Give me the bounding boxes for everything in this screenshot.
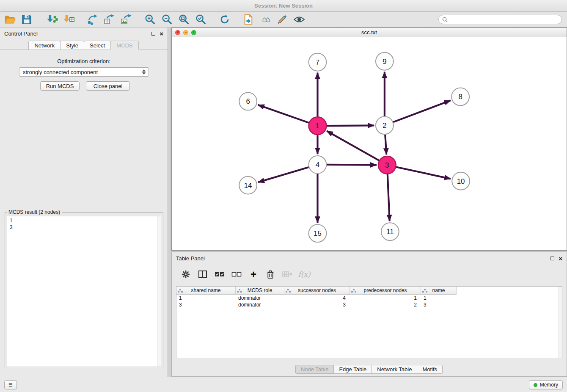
cell-successor-nodes[interactable]: 4: [284, 295, 350, 301]
column-header-name[interactable]: name: [421, 287, 457, 295]
network-graph[interactable]: 7968124314101511: [172, 37, 567, 250]
tab-network-table[interactable]: Network Table: [372, 365, 417, 374]
cell-mcds-role[interactable]: dominator: [236, 301, 284, 308]
minimize-window-button[interactable]: −: [183, 30, 188, 35]
graph-node-10[interactable]: [452, 172, 470, 190]
zoom-fit-button[interactable]: [177, 13, 191, 26]
column-header-shared-name[interactable]: shared name: [176, 287, 236, 295]
network-window-titlebar[interactable]: × − + scc.txt: [172, 28, 567, 37]
column-header-successor-nodes[interactable]: successor nodes: [284, 287, 350, 295]
close-panel-button[interactable]: Close panel: [86, 81, 130, 91]
memory-button[interactable]: Memory: [529, 380, 563, 389]
graph-node-11[interactable]: [381, 223, 399, 240]
import-network-button[interactable]: [45, 13, 59, 26]
close-table-panel-icon[interactable]: ×: [559, 255, 562, 262]
export-table-button[interactable]: [102, 13, 117, 26]
result-scrollbar[interactable]: [157, 216, 161, 367]
vertical-splitter[interactable]: [168, 28, 171, 377]
graph-node-9[interactable]: [376, 52, 394, 70]
cell-predecessor-nodes[interactable]: 1: [350, 295, 421, 301]
select-all-button[interactable]: [214, 268, 225, 280]
export-image-button[interactable]: [119, 13, 134, 26]
style-brush-button[interactable]: [275, 13, 289, 26]
delete-table-button[interactable]: [282, 268, 293, 280]
column-tree-icon: [353, 289, 355, 290]
cell-mcds-role[interactable]: dominator: [236, 295, 284, 301]
tab-edge-table[interactable]: Edge Table: [333, 365, 372, 374]
show-columns-button[interactable]: [197, 268, 208, 280]
home-network-button[interactable]: ⌂⌂: [258, 13, 272, 26]
cell-shared-name[interactable]: 3: [176, 301, 236, 308]
table-header-row: shared name MCDS role successor nodes pr…: [176, 287, 562, 295]
deselect-all-button[interactable]: [231, 268, 242, 280]
zoom-out-button[interactable]: [160, 13, 174, 26]
table-scrollbar[interactable]: [559, 287, 562, 358]
search-input[interactable]: [450, 17, 558, 23]
float-panel-icon[interactable]: [151, 32, 155, 36]
graph-edge-2-3[interactable]: [385, 135, 386, 155]
graph-edge-3-11[interactable]: [388, 174, 390, 221]
run-mcds-button[interactable]: Run MCDS: [40, 81, 80, 91]
graph-node-6[interactable]: [239, 92, 257, 110]
graph-node-3[interactable]: [378, 156, 396, 174]
tab-select[interactable]: Select: [84, 41, 111, 50]
graph-edge-4-14[interactable]: [258, 167, 308, 182]
cell-shared-name[interactable]: 1: [176, 295, 236, 301]
tab-network[interactable]: Network: [28, 41, 61, 50]
column-header-mcds-role[interactable]: MCDS role: [236, 287, 284, 295]
document-export-button[interactable]: [241, 13, 256, 26]
graph-edge-3-1[interactable]: [327, 131, 379, 160]
column-header-predecessor-nodes[interactable]: predecessor nodes: [350, 287, 421, 295]
table-row[interactable]: 3 dominator 3 2 3: [176, 301, 562, 308]
table-row[interactable]: 1 dominator 4 1 1: [176, 295, 562, 301]
add-column-button[interactable]: +: [248, 268, 259, 280]
graph-edge-3-10[interactable]: [396, 167, 451, 179]
tab-motifs[interactable]: Motifs: [417, 365, 443, 374]
export-network-button[interactable]: [85, 13, 100, 26]
graph-edge-2-8[interactable]: [393, 100, 450, 122]
tab-mcds[interactable]: MCDS: [110, 41, 138, 50]
graph-edge-1-6[interactable]: [258, 105, 309, 123]
tab-style[interactable]: Style: [60, 41, 84, 50]
column-tree-icon: [239, 289, 240, 290]
search-box[interactable]: [438, 15, 562, 24]
delete-table-icon: [282, 271, 292, 278]
float-table-panel-icon[interactable]: [550, 257, 554, 260]
zoom-selected-button[interactable]: [194, 13, 208, 26]
import-network-icon: [46, 14, 58, 25]
open-file-button[interactable]: [3, 13, 17, 26]
graph-node-14[interactable]: [239, 177, 257, 194]
close-panel-icon[interactable]: ×: [160, 30, 163, 37]
graph-node-15[interactable]: [309, 224, 327, 242]
graph-node-8[interactable]: [451, 88, 469, 106]
cell-name[interactable]: 1: [421, 295, 457, 301]
zoom-selected-icon: [195, 14, 207, 25]
graph-edge-4-3[interactable]: [327, 165, 377, 165]
tab-node-table[interactable]: Node Table: [295, 365, 334, 374]
cell-predecessor-nodes[interactable]: 2: [350, 301, 421, 308]
graph-node-4[interactable]: [309, 156, 327, 174]
control-panel-title: Control Panel: [4, 30, 38, 37]
maximize-window-button[interactable]: +: [191, 30, 196, 35]
close-window-button[interactable]: ×: [175, 30, 180, 35]
control-panel-tabs: Network Style Select MCDS: [0, 41, 168, 50]
criterion-dropdown[interactable]: strongly connected component: [19, 67, 149, 77]
graph-node-2[interactable]: [376, 116, 394, 134]
mcds-result-line: 3: [10, 224, 158, 231]
cell-name[interactable]: 3: [421, 301, 457, 308]
network-canvas[interactable]: 7968124314101511: [172, 37, 567, 250]
import-table-button[interactable]: [62, 13, 76, 26]
delete-column-button[interactable]: [265, 268, 276, 280]
graph-node-7[interactable]: [309, 53, 327, 71]
function-builder-button[interactable]: f(x): [299, 268, 310, 280]
eye-icon: [293, 15, 305, 24]
zoom-in-button[interactable]: [143, 13, 157, 26]
task-history-button[interactable]: ☰: [4, 380, 17, 389]
cell-successor-nodes[interactable]: 3: [284, 301, 350, 308]
table-settings-button[interactable]: [180, 268, 191, 280]
refresh-layout-button[interactable]: [217, 13, 232, 26]
graph-edge-1-2[interactable]: [327, 125, 374, 126]
show-hide-button[interactable]: [292, 13, 306, 26]
graph-node-1[interactable]: [309, 117, 327, 135]
save-session-button[interactable]: [19, 13, 34, 26]
